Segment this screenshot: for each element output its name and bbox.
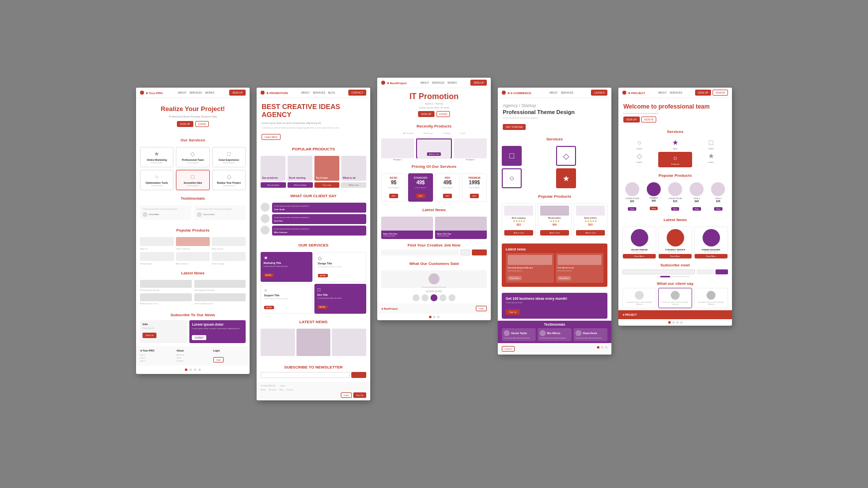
p2-nav-services: SERVICES bbox=[313, 91, 325, 94]
test-av-2[interactable] bbox=[422, 294, 429, 301]
test-av-3[interactable] bbox=[431, 294, 437, 301]
client-box-3: Lorem ipsum dolor sit amet consectetur M… bbox=[272, 226, 366, 236]
footer-link-2[interactable]: Link 2 bbox=[140, 357, 172, 359]
subscribe-input[interactable] bbox=[261, 372, 350, 378]
p3-dot-1[interactable] bbox=[429, 316, 432, 318]
footer-login-btn[interactable]: Login bbox=[213, 357, 224, 363]
p5-prod-btn-5[interactable]: View bbox=[714, 207, 723, 211]
p5-prod-btn-4[interactable]: View bbox=[693, 207, 701, 211]
p2-product-2: Book meeting bbox=[288, 156, 312, 181]
p2-footer-link-1[interactable]: About bbox=[261, 388, 266, 391]
svc-btn-2[interactable]: MORE bbox=[318, 274, 328, 277]
p3-product-btn-2[interactable]: Add to Cart bbox=[427, 152, 441, 156]
page2-services: ★ Marketing Title Lorem ipsum dolor sit … bbox=[257, 250, 370, 316]
svc-btn-3[interactable]: MORE bbox=[264, 306, 274, 309]
price-btn-4[interactable]: GET bbox=[470, 194, 479, 198]
price-btn-1[interactable]: GET bbox=[389, 194, 398, 198]
find-job-input[interactable] bbox=[381, 249, 459, 255]
page1-hero-signup[interactable]: SIGN UP bbox=[177, 121, 193, 127]
p3-dot-2[interactable] bbox=[433, 316, 435, 318]
test-av-1[interactable] bbox=[413, 294, 420, 301]
dot-1[interactable] bbox=[185, 368, 187, 371]
p5-prod-btn-2[interactable]: View bbox=[650, 207, 658, 210]
test-av-4[interactable] bbox=[439, 294, 446, 301]
p2-footer-link-2[interactable]: Services bbox=[269, 388, 276, 391]
p5-signup-hero[interactable]: SIGN UP bbox=[623, 117, 640, 122]
find-category-select[interactable] bbox=[460, 249, 470, 255]
p5-prod-btn-3[interactable]: View bbox=[671, 207, 680, 211]
page2-learn-btn[interactable]: Learn More bbox=[262, 134, 281, 140]
p5-news-btn-2[interactable]: Read More bbox=[659, 254, 692, 258]
footer-link-3[interactable]: Link 3 bbox=[140, 360, 172, 362]
p5-dot-2[interactable] bbox=[672, 321, 675, 324]
page2-subscribe-title: SUBSCRIBE TO NEWSLETTER bbox=[257, 365, 370, 369]
p2-prod-btn-3[interactable]: Try it now bbox=[314, 182, 340, 188]
dot-2[interactable] bbox=[189, 368, 192, 371]
p2-footer-login-btn[interactable]: Login bbox=[341, 392, 352, 398]
p2-footer-link-4[interactable]: Contact bbox=[287, 388, 293, 391]
p2-footer-link-3[interactable]: Blog bbox=[280, 388, 284, 391]
dot-3[interactable] bbox=[194, 368, 196, 371]
p5-dot-1[interactable] bbox=[668, 321, 671, 324]
page4-launch-btn[interactable]: LAUNCH bbox=[591, 90, 607, 96]
page1-hero-login[interactable]: LOGIN bbox=[195, 121, 209, 127]
p2-prod-btn-4[interactable]: What to do bbox=[341, 182, 366, 188]
price-box-3: PRO 49$ Lorem ipsum GET bbox=[435, 173, 460, 202]
clients-row-2: Lorem ipsum dolor sit amet consectetur J… bbox=[261, 214, 366, 224]
subscribe-card-btn[interactable]: SUBMIT bbox=[192, 335, 206, 340]
page2-contact-btn[interactable]: CONTACT bbox=[348, 90, 366, 96]
subscribe-input-5[interactable] bbox=[622, 269, 695, 274]
p4-news-read-2[interactable]: Read More bbox=[558, 276, 572, 280]
subscribe-btn-5[interactable] bbox=[716, 269, 728, 274]
p4-dot-active[interactable] bbox=[597, 346, 599, 349]
svc-btn-1[interactable]: MORE bbox=[264, 273, 274, 277]
p5-news-btn-3[interactable]: Read More bbox=[695, 254, 727, 258]
p5-prod-btn-1[interactable]: View bbox=[628, 207, 636, 211]
page3-hero-signup[interactable]: SIGN UP bbox=[418, 111, 434, 117]
p2-prod-btn-2[interactable]: Book meeting bbox=[288, 182, 313, 188]
p2-product-label-2: Book meeting bbox=[289, 176, 305, 179]
p4-add-btn-3[interactable]: Add to Cart bbox=[576, 230, 605, 236]
p4-news-read-1[interactable]: Read More bbox=[508, 276, 522, 280]
p3-dot-3[interactable] bbox=[437, 316, 439, 318]
cta-btn[interactable]: Sign Up bbox=[506, 309, 520, 315]
p4-add-btn-2[interactable]: Add to Cart bbox=[540, 230, 569, 236]
p4-dot-3[interactable] bbox=[605, 346, 607, 349]
page1-signup-btn[interactable]: SIGN UP bbox=[229, 90, 246, 96]
subscribe-select-5[interactable] bbox=[697, 269, 714, 274]
footer-about-1[interactable]: About us bbox=[176, 354, 209, 356]
subscribe-btn[interactable] bbox=[351, 372, 366, 378]
price-btn-3[interactable]: GET bbox=[443, 194, 452, 198]
p2-prod-btn-1[interactable]: See products bbox=[261, 182, 286, 188]
test-av-5[interactable] bbox=[448, 294, 455, 301]
page5-signup-btn[interactable]: SIGN UP bbox=[695, 90, 712, 96]
p4-add-btn-1[interactable]: Add to Cart bbox=[504, 230, 533, 236]
p2-footer-signup-btn[interactable]: Sign Up bbox=[353, 392, 366, 398]
footer-about-3[interactable]: Contact bbox=[176, 360, 209, 362]
page5-products-title: Popular Products bbox=[618, 173, 732, 178]
page5-signin-btn[interactable]: SIGN IN bbox=[713, 90, 728, 96]
svc-btn-4[interactable]: MORE bbox=[317, 305, 327, 309]
subscribe-submit-btn[interactable]: SIGN UP bbox=[143, 333, 156, 338]
p5-dot-3[interactable] bbox=[676, 321, 679, 324]
find-job-btn[interactable] bbox=[472, 249, 487, 255]
circle-svc-icon-5: ○ bbox=[622, 138, 656, 146]
price-btn-2[interactable]: GET bbox=[416, 194, 425, 198]
p4-footer-contact[interactable]: Contact bbox=[502, 346, 515, 352]
p5-svc-5: ○ Featured bbox=[658, 152, 692, 167]
footer-link-1[interactable]: Link 1 bbox=[140, 354, 172, 356]
dot-4[interactable] bbox=[198, 368, 201, 371]
page5-services: ○ Lorem ★ Save □ Lorem ◇ Lorem ○ bbox=[618, 136, 732, 169]
p4-dot-2[interactable] bbox=[601, 346, 603, 349]
learn-more-link[interactable]: LEARN MORE bbox=[381, 290, 487, 293]
p5-signin-hero[interactable]: SIGN IN bbox=[641, 117, 657, 122]
page3-hero-login[interactable]: LOGIN bbox=[436, 111, 450, 117]
footer-links-2: ★ INNOVATION Team bbox=[261, 384, 366, 387]
p5-news-btn-1[interactable]: Read More bbox=[623, 254, 656, 258]
p3-footer-login[interactable]: Login bbox=[476, 306, 487, 311]
p5-dot-4[interactable] bbox=[680, 321, 683, 324]
page3-signup-btn[interactable]: SIGN UP bbox=[470, 80, 487, 86]
footer-about-2[interactable]: Team bbox=[176, 357, 209, 359]
page4-started-btn[interactable]: GET STARTED bbox=[503, 124, 526, 130]
page-card-4: ★ E-COMMERCE ABOUT SERVICES LAUNCH Agenc… bbox=[498, 88, 611, 355]
